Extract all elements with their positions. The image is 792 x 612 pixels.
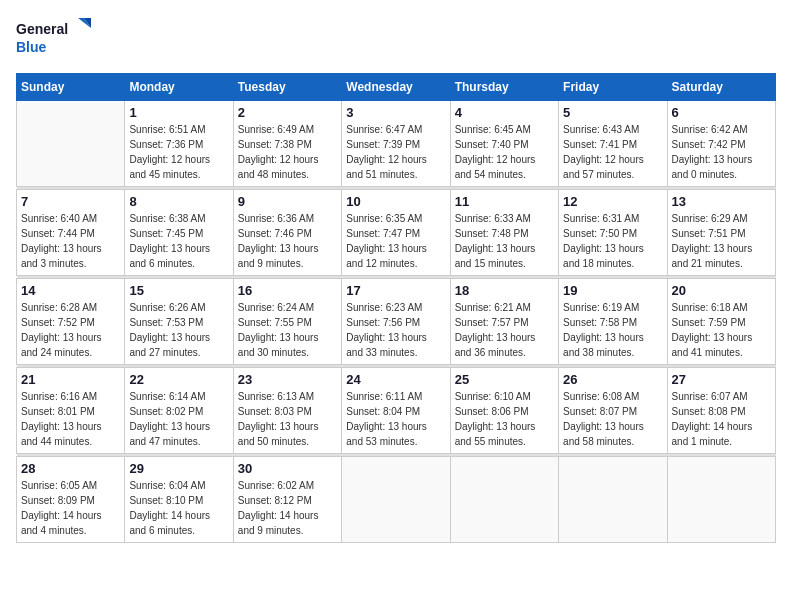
calendar-week-row: 1Sunrise: 6:51 AMSunset: 7:36 PMDaylight… (17, 101, 776, 187)
day-number: 22 (129, 372, 228, 387)
day-number: 18 (455, 283, 554, 298)
day-info: Sunrise: 6:29 AMSunset: 7:51 PMDaylight:… (672, 211, 771, 271)
day-info: Sunrise: 6:16 AMSunset: 8:01 PMDaylight:… (21, 389, 120, 449)
day-number: 7 (21, 194, 120, 209)
calendar-week-row: 21Sunrise: 6:16 AMSunset: 8:01 PMDayligh… (17, 368, 776, 454)
day-info: Sunrise: 6:49 AMSunset: 7:38 PMDaylight:… (238, 122, 337, 182)
calendar-cell: 18Sunrise: 6:21 AMSunset: 7:57 PMDayligh… (450, 279, 558, 365)
calendar-cell: 24Sunrise: 6:11 AMSunset: 8:04 PMDayligh… (342, 368, 450, 454)
day-number: 11 (455, 194, 554, 209)
svg-text:Blue: Blue (16, 39, 47, 55)
day-info: Sunrise: 6:45 AMSunset: 7:40 PMDaylight:… (455, 122, 554, 182)
calendar-cell: 16Sunrise: 6:24 AMSunset: 7:55 PMDayligh… (233, 279, 341, 365)
day-number: 10 (346, 194, 445, 209)
calendar-week-row: 28Sunrise: 6:05 AMSunset: 8:09 PMDayligh… (17, 457, 776, 543)
calendar-cell (17, 101, 125, 187)
calendar-cell: 15Sunrise: 6:26 AMSunset: 7:53 PMDayligh… (125, 279, 233, 365)
calendar-week-row: 7Sunrise: 6:40 AMSunset: 7:44 PMDaylight… (17, 190, 776, 276)
calendar-cell: 29Sunrise: 6:04 AMSunset: 8:10 PMDayligh… (125, 457, 233, 543)
day-of-week-header: Wednesday (342, 74, 450, 101)
calendar-cell: 23Sunrise: 6:13 AMSunset: 8:03 PMDayligh… (233, 368, 341, 454)
day-number: 14 (21, 283, 120, 298)
day-number: 2 (238, 105, 337, 120)
day-number: 8 (129, 194, 228, 209)
day-info: Sunrise: 6:18 AMSunset: 7:59 PMDaylight:… (672, 300, 771, 360)
day-number: 1 (129, 105, 228, 120)
day-info: Sunrise: 6:31 AMSunset: 7:50 PMDaylight:… (563, 211, 662, 271)
day-info: Sunrise: 6:14 AMSunset: 8:02 PMDaylight:… (129, 389, 228, 449)
day-of-week-header: Monday (125, 74, 233, 101)
calendar-week-row: 14Sunrise: 6:28 AMSunset: 7:52 PMDayligh… (17, 279, 776, 365)
calendar-cell (342, 457, 450, 543)
day-number: 12 (563, 194, 662, 209)
page-header: General Blue (16, 16, 776, 61)
calendar-cell: 26Sunrise: 6:08 AMSunset: 8:07 PMDayligh… (559, 368, 667, 454)
calendar-cell: 6Sunrise: 6:42 AMSunset: 7:42 PMDaylight… (667, 101, 775, 187)
day-info: Sunrise: 6:36 AMSunset: 7:46 PMDaylight:… (238, 211, 337, 271)
day-info: Sunrise: 6:51 AMSunset: 7:36 PMDaylight:… (129, 122, 228, 182)
day-of-week-header: Saturday (667, 74, 775, 101)
day-number: 3 (346, 105, 445, 120)
day-info: Sunrise: 6:35 AMSunset: 7:47 PMDaylight:… (346, 211, 445, 271)
day-of-week-header: Friday (559, 74, 667, 101)
day-info: Sunrise: 6:21 AMSunset: 7:57 PMDaylight:… (455, 300, 554, 360)
day-number: 28 (21, 461, 120, 476)
day-info: Sunrise: 6:13 AMSunset: 8:03 PMDaylight:… (238, 389, 337, 449)
day-number: 9 (238, 194, 337, 209)
calendar-cell: 9Sunrise: 6:36 AMSunset: 7:46 PMDaylight… (233, 190, 341, 276)
day-number: 26 (563, 372, 662, 387)
calendar-cell: 1Sunrise: 6:51 AMSunset: 7:36 PMDaylight… (125, 101, 233, 187)
calendar-cell: 2Sunrise: 6:49 AMSunset: 7:38 PMDaylight… (233, 101, 341, 187)
svg-text:General: General (16, 21, 68, 37)
calendar-cell: 12Sunrise: 6:31 AMSunset: 7:50 PMDayligh… (559, 190, 667, 276)
day-info: Sunrise: 6:23 AMSunset: 7:56 PMDaylight:… (346, 300, 445, 360)
day-number: 17 (346, 283, 445, 298)
day-info: Sunrise: 6:47 AMSunset: 7:39 PMDaylight:… (346, 122, 445, 182)
calendar-header-row: SundayMondayTuesdayWednesdayThursdayFrid… (17, 74, 776, 101)
logo: General Blue (16, 16, 96, 61)
calendar-cell: 19Sunrise: 6:19 AMSunset: 7:58 PMDayligh… (559, 279, 667, 365)
day-number: 30 (238, 461, 337, 476)
day-info: Sunrise: 6:24 AMSunset: 7:55 PMDaylight:… (238, 300, 337, 360)
day-info: Sunrise: 6:28 AMSunset: 7:52 PMDaylight:… (21, 300, 120, 360)
calendar-cell: 25Sunrise: 6:10 AMSunset: 8:06 PMDayligh… (450, 368, 558, 454)
calendar-cell: 30Sunrise: 6:02 AMSunset: 8:12 PMDayligh… (233, 457, 341, 543)
calendar-cell: 5Sunrise: 6:43 AMSunset: 7:41 PMDaylight… (559, 101, 667, 187)
day-number: 13 (672, 194, 771, 209)
day-of-week-header: Tuesday (233, 74, 341, 101)
day-info: Sunrise: 6:04 AMSunset: 8:10 PMDaylight:… (129, 478, 228, 538)
day-info: Sunrise: 6:08 AMSunset: 8:07 PMDaylight:… (563, 389, 662, 449)
day-info: Sunrise: 6:42 AMSunset: 7:42 PMDaylight:… (672, 122, 771, 182)
calendar-cell: 10Sunrise: 6:35 AMSunset: 7:47 PMDayligh… (342, 190, 450, 276)
day-info: Sunrise: 6:07 AMSunset: 8:08 PMDaylight:… (672, 389, 771, 449)
calendar-cell: 17Sunrise: 6:23 AMSunset: 7:56 PMDayligh… (342, 279, 450, 365)
calendar-cell: 28Sunrise: 6:05 AMSunset: 8:09 PMDayligh… (17, 457, 125, 543)
calendar-cell (667, 457, 775, 543)
day-of-week-header: Thursday (450, 74, 558, 101)
day-number: 4 (455, 105, 554, 120)
calendar-cell: 14Sunrise: 6:28 AMSunset: 7:52 PMDayligh… (17, 279, 125, 365)
day-info: Sunrise: 6:11 AMSunset: 8:04 PMDaylight:… (346, 389, 445, 449)
day-info: Sunrise: 6:10 AMSunset: 8:06 PMDaylight:… (455, 389, 554, 449)
calendar-cell: 7Sunrise: 6:40 AMSunset: 7:44 PMDaylight… (17, 190, 125, 276)
day-of-week-header: Sunday (17, 74, 125, 101)
logo-svg: General Blue (16, 16, 96, 61)
day-number: 20 (672, 283, 771, 298)
day-info: Sunrise: 6:38 AMSunset: 7:45 PMDaylight:… (129, 211, 228, 271)
day-number: 16 (238, 283, 337, 298)
calendar-cell: 13Sunrise: 6:29 AMSunset: 7:51 PMDayligh… (667, 190, 775, 276)
day-number: 21 (21, 372, 120, 387)
day-number: 24 (346, 372, 445, 387)
day-number: 25 (455, 372, 554, 387)
calendar-cell: 27Sunrise: 6:07 AMSunset: 8:08 PMDayligh… (667, 368, 775, 454)
day-number: 6 (672, 105, 771, 120)
calendar-cell: 8Sunrise: 6:38 AMSunset: 7:45 PMDaylight… (125, 190, 233, 276)
day-info: Sunrise: 6:33 AMSunset: 7:48 PMDaylight:… (455, 211, 554, 271)
day-info: Sunrise: 6:43 AMSunset: 7:41 PMDaylight:… (563, 122, 662, 182)
day-info: Sunrise: 6:05 AMSunset: 8:09 PMDaylight:… (21, 478, 120, 538)
day-number: 23 (238, 372, 337, 387)
calendar-cell: 11Sunrise: 6:33 AMSunset: 7:48 PMDayligh… (450, 190, 558, 276)
day-info: Sunrise: 6:02 AMSunset: 8:12 PMDaylight:… (238, 478, 337, 538)
calendar-cell: 4Sunrise: 6:45 AMSunset: 7:40 PMDaylight… (450, 101, 558, 187)
calendar-table: SundayMondayTuesdayWednesdayThursdayFrid… (16, 73, 776, 543)
